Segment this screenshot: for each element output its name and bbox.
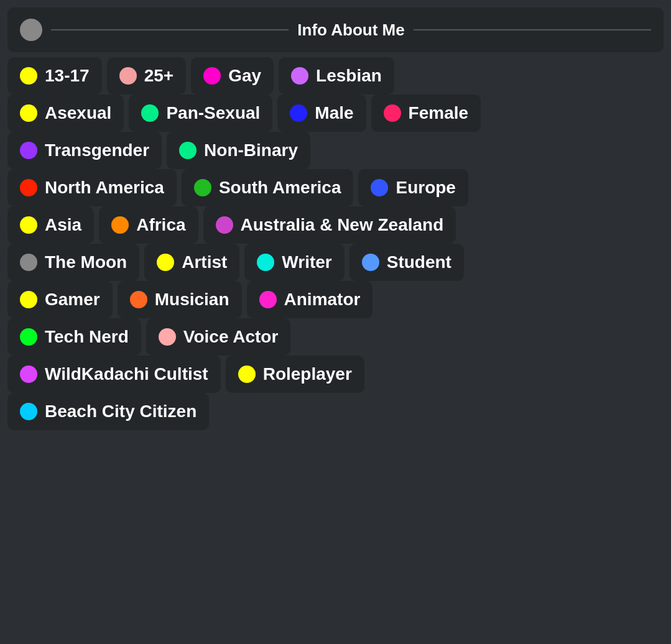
header-title: Info About Me [297, 21, 404, 40]
tag-dot-8-0 [20, 366, 37, 383]
tag-label-1-1: Pan-Sexual [166, 103, 260, 123]
tag-row-4: AsiaAfricaAustralia & New Zealand [7, 206, 664, 244]
tag-dot-8-1 [238, 366, 256, 383]
tag-dot-6-0 [20, 291, 37, 308]
tag-row-0: 13-1725+GayLesbian [7, 57, 664, 94]
tag-dot-0-3 [291, 67, 308, 85]
tag-label-0-2: Gay [228, 66, 261, 86]
tag-1-2[interactable]: Male [277, 94, 366, 132]
tag-label-5-3: Student [387, 252, 451, 272]
tag-label-1-2: Male [315, 103, 353, 123]
tag-label-3-1: South America [219, 178, 341, 198]
tag-label-2-1: Non-Binary [204, 140, 298, 160]
tag-7-1[interactable]: Voice Actor [146, 318, 290, 356]
tag-row-2: TransgenderNon-Binary [7, 132, 664, 169]
tag-dot-0-0 [20, 67, 37, 85]
tag-6-0[interactable]: Gamer [7, 281, 113, 318]
tag-dot-6-1 [130, 291, 147, 308]
tag-label-6-2: Animator [284, 290, 361, 310]
main-container: Info About Me 13-1725+GayLesbianAsexualP… [7, 7, 664, 430]
tag-0-0[interactable]: 13-17 [7, 57, 102, 94]
tag-dot-1-0 [20, 104, 37, 122]
tag-label-3-0: North America [45, 178, 164, 198]
tag-dot-3-2 [371, 179, 388, 196]
tag-9-0[interactable]: Beach City Citizen [7, 393, 209, 430]
header-line-left [51, 29, 289, 30]
tag-3-1[interactable]: South America [182, 169, 354, 206]
tag-dot-5-3 [362, 254, 379, 271]
header-dot [20, 19, 42, 41]
tag-label-7-0: Tech Nerd [45, 327, 129, 347]
tag-dot-1-1 [141, 104, 159, 122]
tag-1-0[interactable]: Asexual [7, 94, 124, 132]
tag-dot-4-2 [216, 216, 233, 234]
tag-label-6-0: Gamer [45, 290, 100, 310]
tag-dot-4-0 [20, 216, 37, 234]
tag-7-0[interactable]: Tech Nerd [7, 318, 141, 356]
tag-5-1[interactable]: Artist [144, 244, 239, 281]
tag-label-9-0: Beach City Citizen [45, 402, 197, 421]
tag-label-0-3: Lesbian [316, 66, 382, 86]
tag-dot-7-0 [20, 328, 37, 346]
tag-3-0[interactable]: North America [7, 169, 177, 206]
tag-row-1: AsexualPan-SexualMaleFemale [7, 94, 664, 132]
tag-1-1[interactable]: Pan-Sexual [129, 94, 272, 132]
tag-dot-3-0 [20, 179, 37, 196]
tag-row-8: WildKadachi CultistRoleplayer [7, 356, 664, 393]
tag-row-3: North AmericaSouth AmericaEurope [7, 169, 664, 206]
tag-label-7-1: Voice Actor [183, 327, 278, 347]
tag-0-1[interactable]: 25+ [107, 57, 187, 94]
tag-dot-5-2 [257, 254, 274, 271]
tag-label-5-0: The Moon [45, 252, 127, 272]
tag-dot-3-1 [194, 179, 211, 196]
tag-dot-0-2 [203, 67, 221, 85]
tag-label-4-0: Asia [45, 215, 81, 235]
tag-1-3[interactable]: Female [371, 94, 481, 132]
tag-4-0[interactable]: Asia [7, 206, 94, 244]
tag-dot-2-1 [179, 142, 197, 159]
tag-8-0[interactable]: WildKadachi Cultist [7, 356, 221, 393]
tag-3-2[interactable]: Europe [358, 169, 468, 206]
tag-dot-1-3 [384, 104, 401, 122]
tag-label-5-1: Artist [182, 252, 227, 272]
tag-label-1-0: Asexual [45, 103, 111, 123]
header-line-right [414, 29, 651, 30]
tag-dot-2-0 [20, 142, 37, 159]
tag-label-2-0: Transgender [45, 140, 149, 160]
tag-4-2[interactable]: Australia & New Zealand [203, 206, 456, 244]
tag-dot-9-0 [20, 403, 37, 420]
tag-dot-1-2 [290, 104, 307, 122]
tag-5-2[interactable]: Writer [244, 244, 344, 281]
tag-6-2[interactable]: Animator [247, 281, 373, 318]
header-row: Info About Me [7, 7, 664, 52]
tag-dot-5-1 [157, 254, 174, 271]
tag-label-4-2: Australia & New Zealand [241, 215, 444, 235]
tag-8-1[interactable]: Roleplayer [226, 356, 364, 393]
tag-0-3[interactable]: Lesbian [279, 57, 394, 94]
tag-row-7: Tech NerdVoice Actor [7, 318, 664, 356]
tag-6-1[interactable]: Musician [118, 281, 242, 318]
tag-rows-container: 13-1725+GayLesbianAsexualPan-SexualMaleF… [7, 57, 664, 430]
tag-label-8-0: WildKadachi Cultist [45, 364, 208, 384]
tag-row-5: The MoonArtistWriterStudent [7, 244, 664, 281]
tag-label-3-2: Europe [396, 178, 455, 198]
tag-dot-5-0 [20, 254, 37, 271]
tag-label-1-3: Female [409, 103, 469, 123]
tag-dot-0-1 [119, 67, 137, 85]
tag-5-3[interactable]: Student [349, 244, 464, 281]
tag-2-0[interactable]: Transgender [7, 132, 162, 169]
tag-label-4-1: Africa [136, 215, 185, 235]
tag-5-0[interactable]: The Moon [7, 244, 139, 281]
tag-dot-6-2 [259, 291, 277, 308]
tag-label-0-1: 25+ [144, 66, 174, 86]
tag-4-1[interactable]: Africa [99, 206, 198, 244]
tag-2-1[interactable]: Non-Binary [167, 132, 310, 169]
tag-dot-4-1 [111, 216, 129, 234]
tag-row-6: GamerMusicianAnimator [7, 281, 664, 318]
tag-0-2[interactable]: Gay [191, 57, 274, 94]
tag-label-8-1: Roleplayer [263, 364, 352, 384]
tag-label-5-2: Writer [282, 252, 331, 272]
tag-label-6-1: Musician [155, 290, 229, 310]
tag-row-9: Beach City Citizen [7, 393, 664, 430]
tag-label-0-0: 13-17 [45, 66, 90, 86]
